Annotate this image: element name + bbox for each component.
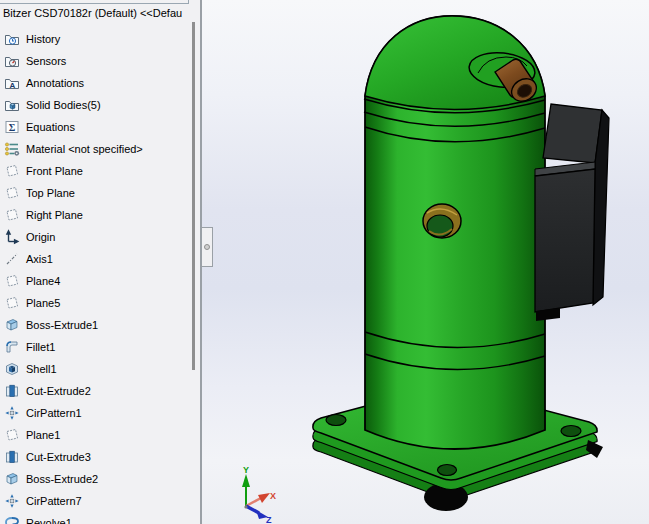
tree-item-label: Plane1 bbox=[26, 429, 60, 441]
triad-z-label: Z bbox=[266, 515, 272, 524]
tree-item-revolve1[interactable]: Revolve1 bbox=[0, 512, 190, 524]
tree-item-plane1[interactable]: Plane1 bbox=[0, 424, 190, 446]
triad-x-label: X bbox=[270, 491, 276, 501]
tree-item-label: Plane5 bbox=[26, 297, 60, 309]
tree-item-right-plane[interactable]: Right Plane bbox=[0, 204, 190, 226]
tree-item-boss-extrude1[interactable]: Boss-Extrude1 bbox=[0, 314, 190, 336]
material-icon bbox=[4, 141, 20, 157]
tree-item-axis1[interactable]: Axis1 bbox=[0, 248, 190, 270]
tree-item-fillet1[interactable]: Fillet1 bbox=[0, 336, 190, 358]
panel-top-border bbox=[0, 3, 189, 4]
tree-item-label: Equations bbox=[26, 121, 75, 133]
tree-item-label: Shell1 bbox=[26, 363, 57, 375]
tree-item-shell1[interactable]: Shell1 bbox=[0, 358, 190, 380]
terminal-box[interactable] bbox=[535, 104, 609, 321]
tree-item-sensors[interactable]: Sensors bbox=[0, 50, 190, 72]
axis-icon bbox=[4, 251, 20, 267]
terminal-box-top bbox=[543, 104, 602, 163]
cirpattern-icon bbox=[4, 493, 20, 509]
tree-item-cirpattern1[interactable]: CirPattern1 bbox=[0, 402, 190, 424]
shell-icon bbox=[4, 361, 20, 377]
tree-item-history[interactable]: History bbox=[0, 28, 190, 50]
bolt-hole-front bbox=[438, 465, 457, 476]
triad-x-axis bbox=[246, 498, 261, 506]
tree-item-label: Material <not specified> bbox=[26, 143, 143, 155]
plane-icon bbox=[4, 273, 20, 289]
tree-item-label: Cut-Extrude3 bbox=[26, 451, 91, 463]
annotations-folder-icon: A bbox=[4, 75, 20, 91]
tree-item-solid-bodies-5[interactable]: Solid Bodies(5) bbox=[0, 94, 190, 116]
tree-item-label: History bbox=[26, 33, 60, 45]
triad-origin-dot bbox=[244, 505, 247, 508]
terminal-box-front bbox=[535, 169, 595, 312]
tree-item-label: Fillet1 bbox=[26, 341, 55, 353]
triad-y-label: Y bbox=[243, 465, 249, 475]
equations-icon: Σ bbox=[4, 119, 20, 135]
tree-item-label: Origin bbox=[26, 231, 55, 243]
tree-item-label: CirPattern1 bbox=[26, 407, 82, 419]
triad-x-arrowhead bbox=[258, 493, 270, 503]
tree-item-top-plane[interactable]: Top Plane bbox=[0, 182, 190, 204]
tree-item-label: Sensors bbox=[26, 55, 66, 67]
feature-tree-root-item[interactable]: Bitzer CSD70182r (Default) <<Defau bbox=[3, 7, 188, 22]
tree-item-material-not-specified[interactable]: Material <not specified> bbox=[0, 138, 190, 160]
triad-y-arrowhead bbox=[242, 474, 250, 487]
feature-tree-list: History Sensors A Annotations Solid Bodi… bbox=[0, 28, 190, 524]
panel-splitter-handle[interactable] bbox=[202, 227, 213, 267]
tree-item-label: Plane4 bbox=[26, 275, 60, 287]
tree-item-label: CirPattern7 bbox=[26, 495, 82, 507]
plane-icon bbox=[4, 207, 20, 223]
tree-item-front-plane[interactable]: Front Plane bbox=[0, 160, 190, 182]
svg-text:Σ: Σ bbox=[9, 122, 16, 133]
tree-item-label: Boss-Extrude1 bbox=[26, 319, 98, 331]
svg-text:A: A bbox=[10, 81, 16, 90]
tree-item-plane4[interactable]: Plane4 bbox=[0, 270, 190, 292]
plane-icon bbox=[4, 163, 20, 179]
boss-extrude-icon bbox=[4, 471, 20, 487]
tree-item-label: Front Plane bbox=[26, 165, 83, 177]
tree-item-label: Annotations bbox=[26, 77, 84, 89]
revolve-icon bbox=[4, 515, 20, 524]
tree-item-cut-extrude2[interactable]: Cut-Extrude2 bbox=[0, 380, 190, 402]
plane-icon bbox=[4, 427, 20, 443]
feature-manager-panel: Bitzer CSD70182r (Default) <<Defau Histo… bbox=[0, 0, 202, 524]
tree-item-label: Right Plane bbox=[26, 209, 83, 221]
tree-scrollbar-thumb[interactable] bbox=[192, 22, 195, 370]
tree-item-equations[interactable]: Σ Equations bbox=[0, 116, 190, 138]
tree-item-label: Axis1 bbox=[26, 253, 53, 265]
tree-item-cirpattern7[interactable]: CirPattern7 bbox=[0, 490, 190, 512]
bolt-hole-right bbox=[561, 426, 581, 437]
tree-item-plane5[interactable]: Plane5 bbox=[0, 292, 190, 314]
cut-extrude-icon bbox=[4, 449, 20, 465]
cirpattern-icon bbox=[4, 405, 20, 421]
tree-item-label: Solid Bodies(5) bbox=[26, 99, 101, 111]
tree-item-label: Top Plane bbox=[26, 187, 75, 199]
tree-item-cut-extrude3[interactable]: Cut-Extrude3 bbox=[0, 446, 190, 468]
splitter-grip-icon bbox=[204, 244, 210, 250]
panel-top-border-stub bbox=[188, 0, 189, 3]
bolt-hole-left bbox=[326, 415, 346, 426]
orientation-triad: Y X Z bbox=[242, 465, 276, 524]
boss-extrude-icon bbox=[4, 317, 20, 333]
fillet-icon bbox=[4, 339, 20, 355]
cut-extrude-icon bbox=[4, 383, 20, 399]
plane-icon bbox=[4, 185, 20, 201]
tree-item-origin[interactable]: Origin bbox=[0, 226, 190, 248]
tree-item-boss-extrude2[interactable]: Boss-Extrude2 bbox=[0, 468, 190, 490]
history-folder-icon bbox=[4, 31, 20, 47]
tree-item-label: Revolve1 bbox=[26, 517, 72, 524]
solid-bodies-folder-icon bbox=[4, 97, 20, 113]
suction-port[interactable] bbox=[423, 204, 461, 238]
sensors-folder-icon bbox=[4, 53, 20, 69]
origin-icon bbox=[4, 229, 20, 245]
tree-item-label: Cut-Extrude2 bbox=[26, 385, 91, 397]
plane-icon bbox=[4, 295, 20, 311]
tree-item-label: Boss-Extrude2 bbox=[26, 473, 98, 485]
tree-item-annotations[interactable]: A Annotations bbox=[0, 72, 190, 94]
